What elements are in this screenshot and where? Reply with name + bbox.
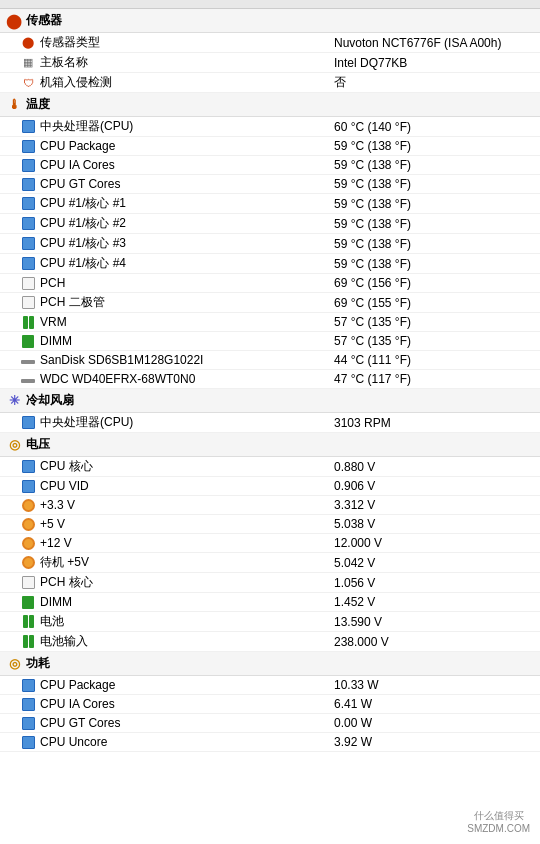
row-value: 47 °C (117 °F) — [334, 372, 534, 386]
table-row[interactable]: CPU IA Cores 6.41 W — [0, 695, 540, 714]
table-row[interactable]: DIMM 57 °C (135 °F) — [0, 332, 540, 351]
row-value: 59 °C (138 °F) — [334, 197, 534, 211]
row-name: +3.3 V — [40, 498, 334, 512]
row-icon — [20, 715, 36, 731]
section-header-voltage: ◎ 电压 — [0, 433, 540, 457]
table-row[interactable]: VRM 57 °C (135 °F) — [0, 313, 540, 332]
row-name: CPU Uncore — [40, 735, 334, 749]
row-value: 57 °C (135 °F) — [334, 334, 534, 348]
row-value: 3.92 W — [334, 735, 534, 749]
table-row[interactable]: 中央处理器(CPU) 60 °C (140 °F) — [0, 117, 540, 137]
section-header-power: ◎ 功耗 — [0, 652, 540, 676]
row-value: 0.906 V — [334, 479, 534, 493]
table-row[interactable]: 🛡 机箱入侵检测 否 — [0, 73, 540, 93]
table-row[interactable]: CPU Package 10.33 W — [0, 676, 540, 695]
table-row[interactable]: PCH 二极管 69 °C (155 °F) — [0, 293, 540, 313]
row-value: 59 °C (138 °F) — [334, 257, 534, 271]
table-row[interactable]: CPU GT Cores 0.00 W — [0, 714, 540, 733]
row-value: 59 °C (138 °F) — [334, 217, 534, 231]
section-icon-fan: ✳ — [6, 393, 22, 409]
row-name: +12 V — [40, 536, 334, 550]
table-row[interactable]: 电池输入 238.000 V — [0, 632, 540, 652]
table-row[interactable]: 待机 +5V 5.042 V — [0, 553, 540, 573]
row-name: CPU IA Cores — [40, 697, 334, 711]
table-row[interactable]: CPU IA Cores 59 °C (138 °F) — [0, 156, 540, 175]
section-title-voltage: 电压 — [26, 436, 50, 453]
row-value: 否 — [334, 74, 534, 91]
row-icon — [20, 415, 36, 431]
row-icon — [20, 696, 36, 712]
row-value: 1.452 V — [334, 595, 534, 609]
section-icon-sensor: ⬤ — [6, 13, 22, 29]
table-row[interactable]: 电池 13.590 V — [0, 612, 540, 632]
table-row[interactable]: CPU #1/核心 #4 59 °C (138 °F) — [0, 254, 540, 274]
row-icon — [20, 196, 36, 212]
row-icon — [20, 236, 36, 252]
row-name: +5 V — [40, 517, 334, 531]
table-row[interactable]: PCH 核心 1.056 V — [0, 573, 540, 593]
row-icon — [20, 677, 36, 693]
table-row[interactable]: SanDisk SD6SB1M128G1022I 44 °C (111 °F) — [0, 351, 540, 370]
table-row[interactable]: CPU #1/核心 #3 59 °C (138 °F) — [0, 234, 540, 254]
row-name: CPU Package — [40, 678, 334, 692]
row-name: PCH 核心 — [40, 574, 334, 591]
row-value: 1.056 V — [334, 576, 534, 590]
table-row[interactable]: CPU #1/核心 #1 59 °C (138 °F) — [0, 194, 540, 214]
table-row[interactable]: 中央处理器(CPU) 3103 RPM — [0, 413, 540, 433]
table-row[interactable]: DIMM 1.452 V — [0, 593, 540, 612]
table-row[interactable]: CPU #1/核心 #2 59 °C (138 °F) — [0, 214, 540, 234]
row-icon — [20, 333, 36, 349]
row-icon — [20, 516, 36, 532]
row-icon — [20, 157, 36, 173]
row-icon — [20, 371, 36, 387]
row-icon: ⬤ — [20, 35, 36, 51]
table-row[interactable]: CPU VID 0.906 V — [0, 477, 540, 496]
row-name: 中央处理器(CPU) — [40, 118, 334, 135]
row-name: CPU #1/核心 #1 — [40, 195, 334, 212]
row-name: PCH — [40, 276, 334, 290]
row-value: 5.038 V — [334, 517, 534, 531]
table-row[interactable]: +3.3 V 3.312 V — [0, 496, 540, 515]
table-row[interactable]: ⬤ 传感器类型 Nuvoton NCT6776F (ISA A00h) — [0, 33, 540, 53]
row-icon — [20, 256, 36, 272]
row-value: 0.00 W — [334, 716, 534, 730]
row-value: 3.312 V — [334, 498, 534, 512]
table-row[interactable]: CPU Package 59 °C (138 °F) — [0, 137, 540, 156]
row-name: 传感器类型 — [40, 34, 334, 51]
row-name: 电池 — [40, 613, 334, 630]
row-icon — [20, 634, 36, 650]
section-title-temperature: 温度 — [26, 96, 50, 113]
table-row[interactable]: PCH 69 °C (156 °F) — [0, 274, 540, 293]
row-value: 5.042 V — [334, 556, 534, 570]
table-row[interactable]: CPU 核心 0.880 V — [0, 457, 540, 477]
row-name: CPU IA Cores — [40, 158, 334, 172]
table-row[interactable]: +12 V 12.000 V — [0, 534, 540, 553]
row-name: DIMM — [40, 595, 334, 609]
row-icon: ▦ — [20, 55, 36, 71]
row-name: CPU #1/核心 #2 — [40, 215, 334, 232]
row-icon — [20, 314, 36, 330]
row-name: CPU 核心 — [40, 458, 334, 475]
table-header — [0, 0, 540, 9]
row-value: 238.000 V — [334, 635, 534, 649]
row-value: 59 °C (138 °F) — [334, 139, 534, 153]
row-value: 0.880 V — [334, 460, 534, 474]
table-row[interactable]: CPU GT Cores 59 °C (138 °F) — [0, 175, 540, 194]
row-name: CPU Package — [40, 139, 334, 153]
row-value: 3103 RPM — [334, 416, 534, 430]
row-name: CPU GT Cores — [40, 716, 334, 730]
row-icon — [20, 119, 36, 135]
section-icon-power: ◎ — [6, 656, 22, 672]
main-container: ⬤ 传感器 ⬤ 传感器类型 Nuvoton NCT6776F (ISA A00h… — [0, 0, 540, 844]
row-value: 59 °C (138 °F) — [334, 237, 534, 251]
table-row[interactable]: WDC WD40EFRX-68WT0N0 47 °C (117 °F) — [0, 370, 540, 389]
row-icon — [20, 138, 36, 154]
table-row[interactable]: ▦ 主板名称 Intel DQ77KB — [0, 53, 540, 73]
table-row[interactable]: CPU Uncore 3.92 W — [0, 733, 540, 752]
section-title-fan: 冷却风扇 — [26, 392, 74, 409]
row-icon — [20, 352, 36, 368]
table-row[interactable]: +5 V 5.038 V — [0, 515, 540, 534]
row-name: CPU #1/核心 #4 — [40, 255, 334, 272]
section-title-sensor: 传感器 — [26, 12, 62, 29]
row-name: DIMM — [40, 334, 334, 348]
